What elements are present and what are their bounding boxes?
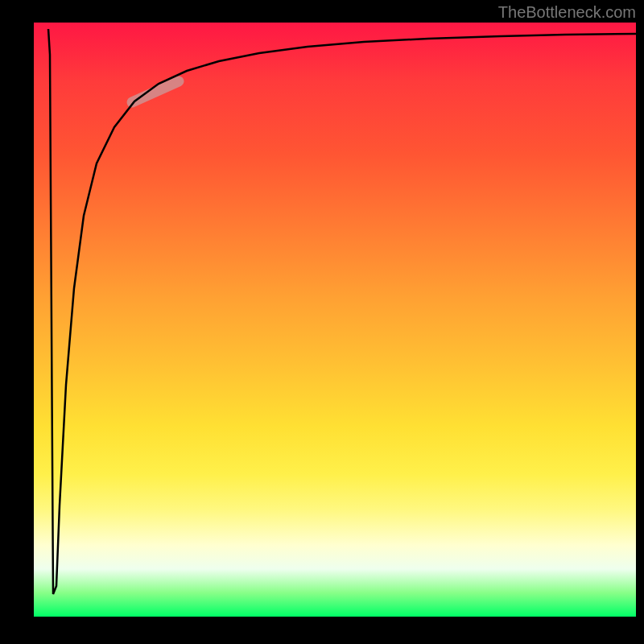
chart-curve-layer [34, 23, 636, 617]
watermark-text: TheBottleneck.com [498, 3, 636, 22]
bottleneck-curve [48, 29, 636, 594]
